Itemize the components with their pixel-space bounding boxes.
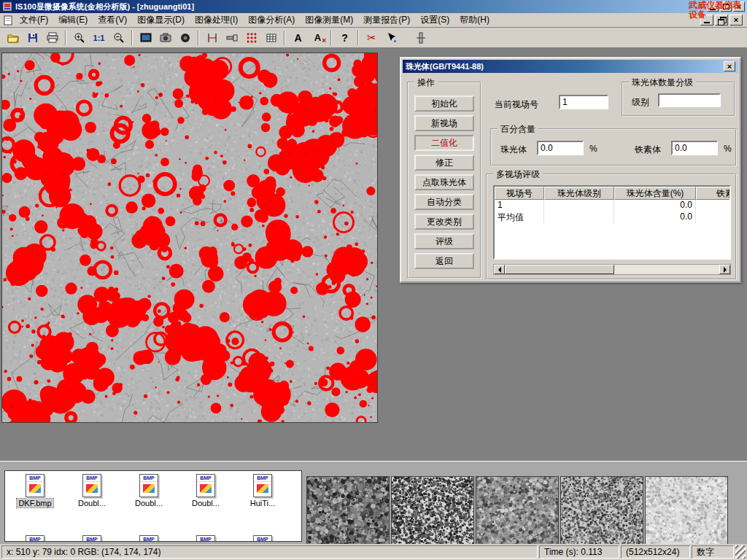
scroll-right-button[interactable]: [719, 265, 730, 274]
workspace: 珠光体(GB/T9441-88) × 操作 初始化 新视场 二值化 修正 点取珠…: [0, 48, 747, 461]
file-list: BMP DKF.bmp BMP Doubl... BMP Doubl... BM…: [4, 470, 302, 542]
bmp-file-icon: BMP: [139, 535, 158, 542]
table-horizontal-scrollbar[interactable]: [493, 264, 731, 275]
text-annotate-button[interactable]: A: [289, 29, 307, 47]
capture-button[interactable]: [176, 29, 194, 47]
open-file-button[interactable]: [4, 29, 22, 47]
menu-help[interactable]: 帮助(H): [454, 12, 495, 28]
ferrite-percent-input[interactable]: [671, 141, 718, 155]
dialog-close-button[interactable]: ×: [724, 61, 735, 71]
resize-grip[interactable]: [735, 545, 746, 559]
new-field-button[interactable]: 新视场: [414, 115, 474, 131]
toolbar-separator: [198, 31, 199, 45]
cell-field: 1: [495, 200, 544, 211]
file-item[interactable]: BMP Doubl...: [120, 474, 177, 508]
image-display-button[interactable]: [136, 29, 155, 47]
status-position: x: 510 y: 79 idx: 0 RGB: (174, 174, 174): [1, 545, 538, 559]
bmp-art: [257, 484, 268, 493]
cut-button[interactable]: ✂: [363, 29, 381, 47]
bmp-tag: BMP: [254, 475, 271, 482]
camera-button[interactable]: [156, 29, 174, 47]
current-field-input[interactable]: [559, 95, 608, 109]
metallograph-image[interactable]: [1, 52, 378, 423]
file-item[interactable]: BMP DKF.bmp: [7, 474, 63, 508]
actual-size-button[interactable]: 1:1: [90, 29, 108, 47]
menu-image-display[interactable]: 图像显示(D): [132, 12, 190, 28]
letter-a-icon: A: [294, 32, 301, 44]
correct-button[interactable]: 修正: [414, 155, 474, 171]
scroll-left-button[interactable]: [494, 265, 505, 274]
file-row: BMP DKF.bmp BMP Doubl... BMP Doubl... BM…: [7, 474, 291, 508]
remove-x-icon: ×: [322, 36, 326, 44]
file-item[interactable]: BMP: [177, 535, 234, 542]
print-button[interactable]: [43, 29, 61, 47]
file-item[interactable]: BMP HuiTi...: [234, 474, 291, 508]
scrollbar-thumb[interactable]: [505, 265, 614, 274]
grid-table-button[interactable]: [262, 29, 280, 47]
menu-image-measure[interactable]: 图像测量(M): [300, 12, 358, 28]
header-grade: 珠光体级别: [544, 187, 614, 200]
menu-settings[interactable]: 设置(S): [415, 12, 454, 28]
text-remove-button[interactable]: A×: [309, 29, 327, 47]
menu-measure-report[interactable]: 测量报告(P): [358, 12, 415, 28]
file-item[interactable]: BMP: [63, 535, 120, 542]
file-item[interactable]: BMP: [7, 535, 63, 542]
help-button[interactable]: ?: [336, 29, 354, 47]
bmp-file-icon: BMP: [26, 535, 44, 542]
thumbnail-2[interactable]: [391, 476, 474, 545]
caliper-measure-button[interactable]: [203, 29, 221, 47]
table-row[interactable]: 1 0.0: [495, 200, 729, 211]
zoom-in-icon: [74, 32, 85, 44]
bmp-art: [200, 484, 212, 493]
header-field: 视场号: [495, 187, 544, 200]
menu-edit[interactable]: 编辑(E): [53, 12, 93, 28]
binarize-button[interactable]: 二值化: [414, 135, 474, 151]
operation-group-label: 操作: [414, 77, 438, 88]
thumbnail-3[interactable]: [476, 476, 559, 545]
pick-pearlite-button[interactable]: 点取珠光体: [414, 174, 474, 190]
bmp-art: [29, 484, 41, 493]
zoom-in-button[interactable]: [70, 29, 88, 47]
header-pearlite-content: 珠光体含量(%): [614, 187, 696, 200]
percent-group: 百分含量 珠光体 % 铁素体 %: [490, 128, 737, 166]
table-row[interactable]: 平均值 0.0: [495, 211, 729, 223]
save-button[interactable]: [23, 29, 42, 47]
file-item[interactable]: BMP Doubl...: [177, 474, 234, 508]
toolbar-separator: [330, 31, 332, 45]
file-item[interactable]: BMP Doubl...: [63, 474, 120, 508]
file-item[interactable]: BMP: [234, 535, 291, 542]
thumbnail-1[interactable]: [306, 476, 390, 545]
application-window: IS100显微摄像系统(金相分析版) - [zhuguangti01] × 武威…: [0, 0, 747, 560]
multi-field-rating-group: 多视场评级 视场号 珠光体级别 珠光体含量(%) 铁素 1 0.0: [486, 174, 737, 280]
file-item[interactable]: BMP: [120, 535, 177, 542]
auto-classify-button[interactable]: 自动分类: [414, 194, 474, 210]
change-class-button[interactable]: 更改类别: [414, 214, 474, 230]
grade-group: 珠光体数量分级 级别: [622, 82, 735, 117]
menu-image-processing[interactable]: 图像处理(I): [190, 12, 243, 28]
menu-view[interactable]: 查看(V): [93, 12, 132, 28]
return-button[interactable]: 返回: [414, 253, 474, 269]
vertical-caliper-button[interactable]: [411, 29, 430, 47]
menu-file[interactable]: 文件(F): [15, 12, 53, 28]
menu-bar: 文件(F) 编辑(E) 查看(V) 图像显示(D) 图像处理(I) 图像分析(A…: [0, 13, 747, 28]
grade-group-label: 珠光体数量分级: [629, 77, 696, 88]
table-grid-icon: [266, 32, 277, 44]
pearlite-percent-input[interactable]: [537, 141, 584, 155]
thumbnail-5[interactable]: [645, 476, 728, 545]
bmp-file-icon: BMP: [26, 474, 44, 497]
dialog-title-bar[interactable]: 珠光体(GB/T9441-88) ×: [403, 60, 738, 73]
thumbnail-4[interactable]: [560, 476, 643, 545]
measure-grid-button[interactable]: [242, 29, 260, 47]
rate-button[interactable]: 评级: [414, 233, 474, 249]
file-label: Doubl...: [77, 499, 107, 508]
point-picker-button[interactable]: [382, 29, 400, 47]
pearlite-percent-sign: %: [589, 144, 597, 154]
camera-icon: [160, 32, 171, 44]
monitor-icon: [140, 32, 152, 44]
micrometer-button[interactable]: [222, 29, 241, 47]
init-button[interactable]: 初始化: [414, 96, 474, 112]
title-bar[interactable]: IS100显微摄像系统(金相分析版) - [zhuguangti01] ×: [0, 0, 747, 13]
zoom-out-button[interactable]: [109, 29, 128, 47]
grade-input[interactable]: [658, 93, 721, 107]
menu-image-analysis[interactable]: 图像分析(A): [243, 12, 300, 28]
